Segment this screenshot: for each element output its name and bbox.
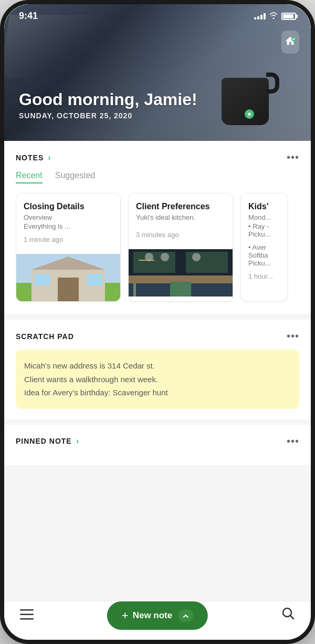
notes-section: NOTES › ••• Recent Suggested Closing Det…: [4, 141, 311, 314]
notes-section-title: NOTES: [16, 154, 44, 162]
svg-point-14: [145, 253, 153, 261]
note-card-2-image: [129, 249, 233, 297]
notes-cards-container: Closing Details Overview Everything is .…: [16, 193, 299, 304]
svg-rect-7: [87, 274, 102, 285]
scratch-pad-section: SCRATCH PAD ••• Micah's new address is 3…: [4, 320, 311, 420]
svg-rect-11: [186, 252, 228, 273]
signal-bars: [254, 13, 266, 19]
tab-suggested[interactable]: Suggested: [55, 171, 96, 183]
bottom-nav: + New note: [4, 601, 311, 640]
tab-recent[interactable]: Recent: [16, 171, 43, 183]
scratch-pad-text: Micah's new address is 314 Cedar st. Cli…: [24, 359, 291, 400]
note-card-3-bullet2: • Aver Softba Picku...: [248, 243, 280, 267]
pinned-note-title-row: PINNED NOTE ›: [16, 436, 79, 446]
menu-icon[interactable]: [20, 607, 34, 623]
mug-body: [222, 78, 269, 125]
status-bar: 9:41: [4, 4, 311, 24]
pinned-note-header: PINNED NOTE › •••: [16, 435, 299, 447]
notes-arrow-icon[interactable]: ›: [48, 153, 50, 162]
note-card-1-content: Closing Details Overview Everything is .…: [16, 193, 120, 254]
battery-icon: [281, 13, 296, 20]
note-card-client-preferences[interactable]: Client Preferences Yuki's ideal kitchen.…: [128, 193, 233, 302]
signal-bar-2: [257, 16, 259, 19]
pinned-note-arrow-icon[interactable]: ›: [76, 436, 79, 446]
mug-badge: [245, 109, 254, 119]
signal-bar-4: [264, 13, 266, 19]
mug-handle: [266, 73, 279, 94]
battery-fill: [283, 14, 293, 18]
signal-bar-3: [260, 15, 262, 19]
note-card-3-subtitle: Mond...: [248, 213, 280, 221]
scratch-pad-title: SCRATCH PAD: [16, 332, 74, 341]
notes-more-button[interactable]: •••: [287, 151, 299, 163]
note-card-2-title: Client Preferences: [136, 202, 225, 211]
search-icon[interactable]: [281, 607, 295, 624]
pinned-note-more-button[interactable]: •••: [287, 435, 299, 447]
note-card-kids[interactable]: Kids' Mond... • Ray - Picku... • Aver So…: [240, 193, 288, 302]
hero-greeting: Good morning, Jamie!: [19, 90, 197, 109]
main-content: NOTES › ••• Recent Suggested Closing Det…: [4, 141, 311, 601]
new-note-button[interactable]: + New note: [107, 601, 208, 630]
note-card-2-content: Client Preferences Yuki's ideal kitchen.…: [129, 193, 233, 249]
svg-rect-6: [34, 274, 50, 285]
note-card-1-image: [16, 254, 120, 301]
notes-tabs: Recent Suggested: [16, 171, 299, 183]
wifi-icon: [269, 12, 278, 21]
note-card-1-time: 1 minute ago: [24, 236, 113, 243]
new-note-plus-icon: +: [122, 609, 129, 622]
scratch-pad-header: SCRATCH PAD •••: [16, 330, 299, 342]
status-icons: [254, 12, 296, 21]
svg-rect-10: [133, 252, 175, 273]
note-card-3-bullet1: • Ray - Picku...: [248, 222, 280, 238]
mug-decoration: [216, 62, 279, 125]
phone-frame: 9:41: [0, 0, 315, 644]
note-card-1-title: Closing Details: [24, 202, 113, 211]
scratch-pad-more-button[interactable]: •••: [287, 330, 299, 342]
scratch-pad-content[interactable]: Micah's new address is 314 Cedar st. Cli…: [16, 350, 299, 409]
hero-text: Good morning, Jamie! SUNDAY, OCTOBER 25,…: [19, 90, 197, 120]
svg-rect-21: [20, 618, 34, 620]
pinned-note-title: PINNED NOTE: [16, 437, 72, 445]
home-icon-hero[interactable]: [281, 30, 299, 54]
note-card-1-excerpt: Everything is ...: [24, 222, 113, 230]
notes-title-row: NOTES ›: [16, 153, 51, 162]
status-time: 9:41: [19, 11, 38, 22]
note-card-closing-details[interactable]: Closing Details Overview Everything is .…: [16, 193, 121, 302]
svg-rect-18: [133, 283, 136, 297]
svg-point-15: [161, 253, 169, 261]
note-card-3-title: Kids': [248, 202, 280, 211]
notes-section-header: NOTES › •••: [16, 151, 299, 163]
svg-rect-17: [170, 282, 191, 297]
signal-bar-1: [254, 17, 256, 19]
note-card-2-subtitle: Yuki's ideal kitchen.: [136, 213, 225, 221]
new-note-label: New note: [133, 610, 173, 621]
hero-section: Good morning, Jamie! SUNDAY, OCTOBER 25,…: [4, 4, 311, 141]
svg-rect-5: [58, 278, 79, 301]
new-note-chevron-icon[interactable]: [178, 609, 193, 622]
note-card-3-content: Kids' Mond... • Ray - Picku... • Aver So…: [241, 193, 287, 291]
note-card-1-subtitle: Overview: [24, 213, 113, 221]
pinned-note-section: PINNED NOTE › •••: [4, 425, 311, 465]
note-card-3-time: 1 hour...: [248, 272, 280, 280]
svg-rect-20: [20, 614, 34, 616]
svg-rect-19: [20, 609, 34, 611]
svg-point-16: [192, 253, 201, 261]
phone-inner: 9:41: [4, 4, 311, 640]
note-card-2-time: 3 minutes ago: [136, 231, 225, 239]
hero-date: SUNDAY, OCTOBER 25, 2020: [19, 111, 197, 120]
